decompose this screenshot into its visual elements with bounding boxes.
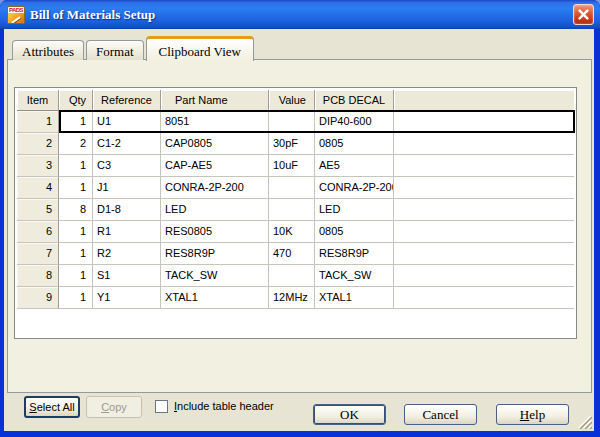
cancel-button[interactable]: Cancel [404,404,477,425]
table-cell[interactable]: XTAL1 [315,287,394,309]
table-cell[interactable] [394,177,574,199]
table-cell[interactable]: 8 [59,199,93,221]
tab-strip: AttributesFormatClipboard View [12,35,256,60]
table-cell[interactable]: 12MHz [269,287,315,309]
column-header-qty[interactable]: Qty [59,90,93,111]
table-cell[interactable]: AE5 [315,155,394,177]
table-cell[interactable]: 1 [59,155,93,177]
table-cell[interactable]: 6 [17,221,59,243]
table-row[interactable]: 81S1TACK_SWTACK_SW [17,265,574,287]
table-cell[interactable] [269,265,315,287]
table-cell[interactable]: CAP0805 [161,133,269,155]
table-cell[interactable]: TACK_SW [161,265,269,287]
ok-button[interactable]: OK [313,404,386,425]
table-cell[interactable]: R1 [93,221,161,243]
table-cell[interactable]: RES8R9P [161,243,269,265]
table-cell[interactable]: C1-2 [93,133,161,155]
table-cell[interactable] [269,111,315,133]
tab-format[interactable]: Format [86,40,144,60]
table-cell[interactable]: XTAL1 [161,287,269,309]
close-button[interactable] [573,4,594,25]
table-header-row: ItemQtyReferencePart NameValuePCB DECAL [17,90,574,111]
table-cell[interactable] [394,221,574,243]
table-cell[interactable]: 30pF [269,133,315,155]
table-cell[interactable]: J1 [93,177,161,199]
table-cell[interactable]: 8051 [161,111,269,133]
table-cell[interactable]: 1 [59,177,93,199]
table-cell[interactable] [394,111,574,133]
table-row[interactable]: 71R2RES8R9P470RES8R9P [17,243,574,265]
dialog-body: AttributesFormatClipboard View ItemQtyRe… [4,29,594,431]
table-cell[interactable]: RES8R9P [315,243,394,265]
table-row[interactable]: 61R1RES080510K0805 [17,221,574,243]
table-cell[interactable]: R2 [93,243,161,265]
close-icon [578,9,589,20]
table-cell[interactable]: 10uF [269,155,315,177]
clipboard-view-tabpage: ItemQtyReferencePart NameValuePCB DECAL … [7,59,592,393]
pads-logo-icon: PADS [7,6,25,24]
table-cell[interactable]: 9 [17,287,59,309]
column-header-pcb-decal[interactable]: PCB DECAL [315,90,394,111]
table-cell[interactable]: 10K [269,221,315,243]
column-header-value[interactable]: Value [269,90,315,111]
table-cell[interactable] [394,287,574,309]
table-cell[interactable]: 1 [59,243,93,265]
table-cell[interactable]: DIP40-600 [315,111,394,133]
table-cell[interactable]: D1-8 [93,199,161,221]
table-cell[interactable]: RES0805 [161,221,269,243]
table-cell[interactable]: 5 [17,199,59,221]
table-cell[interactable]: LED [161,199,269,221]
table-cell[interactable]: 8 [17,265,59,287]
table-cell[interactable]: 0805 [315,221,394,243]
resize-grip[interactable] [577,414,592,429]
table-cell[interactable]: CONRA-2P-200 [315,177,394,199]
table-cell[interactable]: LED [315,199,394,221]
bom-table[interactable]: ItemQtyReferencePart NameValuePCB DECAL … [14,87,577,339]
table-cell[interactable]: 2 [17,133,59,155]
table-cell[interactable]: 3 [17,155,59,177]
table-row[interactable]: 22C1-2CAP080530pF0805 [17,133,574,155]
table-cell[interactable]: 1 [59,265,93,287]
table-cell[interactable]: 4 [17,177,59,199]
table-cell[interactable] [394,243,574,265]
table-cell[interactable]: 1 [59,221,93,243]
table-cell[interactable]: U1 [93,111,161,133]
column-header-reference[interactable]: Reference [93,90,161,111]
table-cell[interactable]: CONRA-2P-200 [161,177,269,199]
column-header-part-name[interactable]: Part Name [161,90,269,111]
include-table-header-checkbox[interactable] [155,400,168,413]
table-cell[interactable]: CAP-AE5 [161,155,269,177]
column-header-filler[interactable] [394,90,574,111]
table-cell[interactable]: Y1 [93,287,161,309]
table-cell[interactable]: C3 [93,155,161,177]
table-cell[interactable] [269,177,315,199]
include-table-header-label[interactable]: Include table header [174,400,274,412]
table-cell[interactable] [394,155,574,177]
table-cell[interactable] [269,199,315,221]
table-cell[interactable]: 1 [59,111,93,133]
table-cell[interactable]: 0805 [315,133,394,155]
table-row[interactable]: 41J1CONRA-2P-200CONRA-2P-200 [17,177,574,199]
table-cell[interactable]: 1 [17,111,59,133]
table-row[interactable]: 31C3CAP-AE510uFAE5 [17,155,574,177]
table-cell[interactable]: TACK_SW [315,265,394,287]
titlebar[interactable]: PADS Bill of Materials Setup [0,0,600,29]
table-row[interactable]: 11U18051DIP40-600 [17,111,574,133]
tab-clipboard-view[interactable]: Clipboard View [146,36,254,61]
table-cell[interactable]: 7 [17,243,59,265]
table-cell[interactable] [394,133,574,155]
table-cell[interactable]: 2 [59,133,93,155]
select-all-button[interactable]: Select All [24,396,80,418]
table-row[interactable]: 91Y1XTAL112MHzXTAL1 [17,287,574,309]
table-cell[interactable]: S1 [93,265,161,287]
column-header-item[interactable]: Item [17,90,59,111]
table-cell[interactable]: 470 [269,243,315,265]
help-button[interactable]: Help [496,404,569,425]
table-cell[interactable] [394,265,574,287]
table-cell[interactable]: 1 [59,287,93,309]
table-cell[interactable] [394,199,574,221]
window-title: Bill of Materials Setup [30,7,155,23]
tab-attributes[interactable]: Attributes [12,40,84,60]
table-row[interactable]: 58D1-8LEDLED [17,199,574,221]
copy-button[interactable]: Copy [86,396,142,418]
